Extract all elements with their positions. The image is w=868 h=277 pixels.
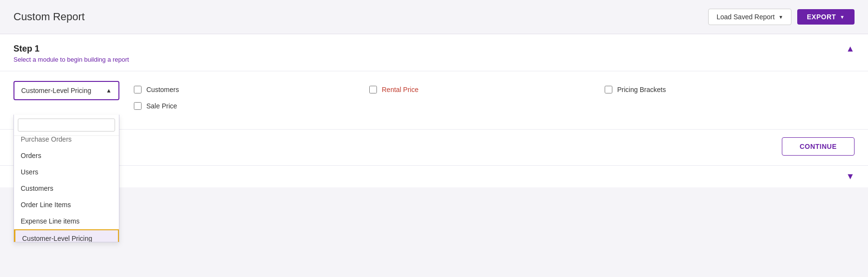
bottom-actions: CONTINUE — [0, 129, 868, 165]
dropdown-item-order-line-items[interactable]: Order Line Items — [14, 197, 119, 213]
export-chevron-icon: ▼ — [840, 14, 845, 20]
checkbox-item-pricing-brackets: Pricing Brackets — [605, 86, 840, 93]
step-collapse-icon[interactable]: ▲ — [846, 44, 855, 54]
checkbox-item-customers: Customers — [134, 86, 369, 93]
customers-checkbox[interactable] — [134, 86, 142, 93]
step-title: Step 1 — [13, 44, 129, 54]
module-dropdown-menu: Purchase Orders Orders Users Customers O… — [13, 115, 119, 242]
rental-price-checkbox[interactable] — [369, 86, 377, 93]
pricing-brackets-checkbox[interactable] — [605, 86, 612, 93]
dropdown-items-list: Purchase Orders Orders Users Customers O… — [14, 136, 119, 242]
main-content: Step 1 Select a module to begin building… — [0, 34, 868, 187]
checkboxes-area: Customers Rental Price Pricing Brackets … — [119, 81, 855, 115]
load-saved-chevron-icon: ▼ — [778, 14, 783, 20]
content-area: Customer-Level Pricing ▲ Purchase Orders… — [0, 71, 868, 124]
step-subtitle: Select a module to begin building a repo… — [13, 56, 129, 63]
rental-price-checkbox-label[interactable]: Rental Price — [382, 86, 418, 93]
dropdown-item-purchase-orders[interactable]: Purchase Orders — [14, 136, 119, 147]
dropdown-item-customers[interactable]: Customers — [14, 180, 119, 197]
dropdown-item-users[interactable]: Users — [14, 164, 119, 180]
bottom-chevron-row: ▼ — [0, 165, 868, 187]
dropdown-item-customer-level-pricing[interactable]: Customer-Level Pricing — [14, 229, 119, 242]
continue-button[interactable]: CONTINUE — [782, 137, 855, 156]
export-button[interactable]: EXPORT ▼ — [797, 9, 855, 25]
dropdown-item-expense-line-items[interactable]: Expense Line items — [14, 213, 119, 229]
sale-price-checkbox[interactable] — [134, 102, 142, 110]
checkbox-item-rental-price: Rental Price — [369, 86, 605, 93]
page-title: Custom Report — [13, 11, 85, 23]
sale-price-checkbox-label[interactable]: Sale Price — [146, 102, 177, 110]
dropdown-selected-value: Customer-Level Pricing — [21, 87, 91, 94]
dropdown-item-orders[interactable]: Orders — [14, 147, 119, 164]
step-info: Step 1 Select a module to begin building… — [13, 44, 129, 63]
load-saved-report-button[interactable]: Load Saved Report ▼ — [708, 9, 791, 25]
page-header: Custom Report Load Saved Report ▼ EXPORT… — [0, 0, 868, 34]
customers-checkbox-label[interactable]: Customers — [146, 86, 179, 93]
step-subtitle-text: Select a module to begin building a repo… — [13, 56, 129, 63]
dropdown-search-container — [14, 115, 119, 136]
module-dropdown-trigger[interactable]: Customer-Level Pricing ▲ — [13, 81, 119, 100]
step-section: Step 1 Select a module to begin building… — [0, 34, 868, 71]
dropdown-chevron-icon: ▲ — [106, 87, 112, 94]
export-label: EXPORT — [807, 13, 836, 21]
dropdown-search-input[interactable] — [18, 119, 115, 132]
load-saved-label: Load Saved Report — [716, 13, 775, 21]
module-dropdown-container: Customer-Level Pricing ▲ Purchase Orders… — [13, 81, 119, 115]
pricing-brackets-checkbox-label[interactable]: Pricing Brackets — [617, 86, 666, 93]
bottom-expand-icon[interactable]: ▼ — [846, 171, 855, 182]
checkbox-item-sale-price: Sale Price — [134, 102, 369, 110]
header-actions: Load Saved Report ▼ EXPORT ▼ — [708, 9, 855, 25]
